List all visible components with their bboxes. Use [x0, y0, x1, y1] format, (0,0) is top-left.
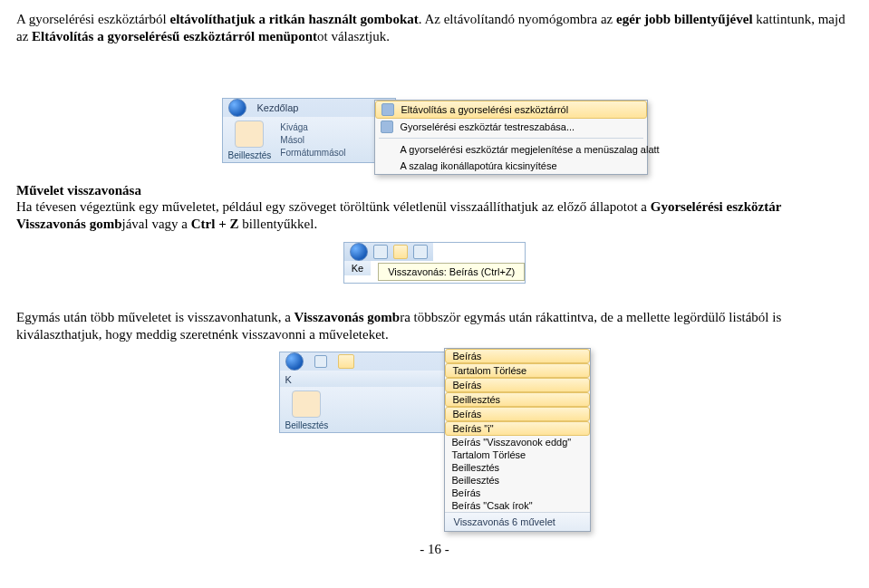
para-1: A gyorselérési eszköztárból eltávolíthat… [16, 11, 853, 45]
tab-home[interactable]: Kezdőlap [257, 102, 299, 113]
p2-t1: Ha tévesen végeztünk egy műveletet, péld… [16, 199, 651, 214]
quick-access-toolbar [344, 243, 433, 261]
office-orb-icon[interactable] [228, 99, 246, 117]
undo-history-item[interactable]: Beírás [445, 407, 590, 421]
paste-group[interactable]: Beillesztés [285, 390, 329, 430]
figure-undo-tooltip: Ke Visszavonás: Beírás (Ctrl+Z) [16, 242, 853, 284]
formatpaint-label[interactable]: Formátummásol [280, 148, 345, 158]
p1-t2: . Az eltávolítandó nyomógombra az [419, 12, 616, 26]
undo-history-item[interactable]: Beillesztés [445, 392, 590, 407]
menu-remove-from-qat-label: Eltávolítás a gyorselérési eszköztárról [401, 104, 569, 115]
paste-label: Beillesztés [228, 150, 272, 160]
p2-b2: Ctrl + Z [191, 217, 239, 231]
undo-history-item[interactable]: Tartalom Törlése [445, 448, 590, 461]
cut-label[interactable]: Kivága [280, 122, 308, 132]
undo-history-item[interactable]: Beírás [445, 349, 590, 363]
qat-redo-icon[interactable] [413, 245, 428, 259]
menu-customize-qat-label: Gyorselérési eszköztár testreszabása... [401, 121, 575, 132]
page-number: - 16 - [16, 541, 853, 558]
office-orb-icon[interactable] [285, 352, 304, 371]
undo-history-item[interactable]: Beírás [445, 378, 590, 392]
qat-save-icon[interactable] [314, 355, 327, 368]
paste-group[interactable]: Beillesztés [228, 120, 272, 160]
undo-history-menu: BeírásTartalom TörléseBeírásBeillesztésB… [444, 348, 591, 532]
ribbon-snippet-1: Kezdőlap Beillesztés Kivága Másol Formát… [222, 98, 396, 163]
qat-undo-dropdown-button[interactable] [338, 354, 354, 369]
undo-tooltip-text: Visszavonás: Beírás (Ctrl+Z) [388, 266, 515, 277]
undo-history-footer: Visszavonás 6 művelet [445, 512, 590, 531]
menu-separator [379, 138, 643, 139]
paste-icon [292, 390, 321, 418]
p1-b3: Eltávolítás a gyorselérésű eszköztárról … [32, 29, 317, 43]
menu-show-below-ribbon-label: A gyorselérési eszköztár megjelenítése a… [401, 144, 660, 155]
undo-history-item[interactable]: Beírás "Visszavonok eddg" [445, 436, 590, 448]
para-3: Egymás után több műveletet is visszavonh… [16, 309, 853, 343]
undo-tooltip: Visszavonás: Beírás (Ctrl+Z) [378, 263, 525, 281]
tab-home-short-label: Ke [352, 263, 363, 274]
ribbon-snippet-3: K Beillesztés [279, 352, 453, 433]
p2-t2: jával vagy a [122, 217, 191, 231]
paste-label: Beillesztés [285, 420, 329, 430]
undo-history-item[interactable]: Beillesztés [445, 461, 590, 474]
p1-t4: ot választjuk. [317, 29, 390, 43]
undo-history-item[interactable]: Beírás [445, 487, 590, 499]
section-undo-title: Művelet visszavonása [16, 183, 141, 198]
menu-remove-from-qat[interactable]: Eltávolítás a gyorselérési eszköztárról [375, 101, 647, 119]
qat-context-menu: Eltávolítás a gyorselérési eszköztárról … [374, 100, 648, 175]
undo-history-item[interactable]: Beillesztés [445, 474, 590, 487]
menu-minimize-ribbon-label: A szalag ikonállapotúra kicsinyítése [401, 160, 557, 171]
undo-history-item[interactable]: Tartalom Törlése [445, 363, 590, 378]
undo-history-item[interactable]: Beírás "Csak írok" [445, 499, 590, 512]
figure-remove-from-qat: Kezdőlap Beillesztés Kivága Másol Formát… [16, 98, 853, 175]
qat-save-icon[interactable] [373, 245, 388, 259]
p1-b1: eltávolíthatjuk a ritkán használt gombok… [170, 12, 419, 26]
p1-b2: egér jobb billentyűjével [616, 12, 753, 26]
p2-t3: billentyűkkel. [238, 217, 317, 231]
tab-home-short[interactable]: K [285, 374, 292, 385]
qat-undo-button[interactable] [393, 245, 408, 259]
p1-t1: A gyorselérési eszköztárból [16, 12, 170, 26]
copy-label[interactable]: Másol [280, 135, 304, 145]
office-orb-icon[interactable] [350, 243, 368, 261]
tab-home-short[interactable]: Ke [344, 261, 371, 275]
p3-t1: Egymás után több műveletet is visszavonh… [16, 310, 294, 324]
figure-undo-history: K Beillesztés BeírásTartalom TörléseBeír… [16, 352, 853, 532]
menu-customize-qat[interactable]: Gyorselérési eszköztár testreszabása... [375, 119, 647, 135]
para-2: Művelet visszavonása Ha tévesen végeztün… [16, 182, 853, 233]
menu-minimize-ribbon[interactable]: A szalag ikonállapotúra kicsinyítése [375, 158, 647, 174]
undo-history-footer-text: Visszavonás 6 művelet [454, 516, 555, 527]
menu-show-below-ribbon[interactable]: A gyorselérési eszköztár megjelenítése a… [375, 141, 647, 158]
paste-icon [235, 120, 264, 148]
undo-history-item[interactable]: Beírás "i" [445, 421, 590, 436]
p3-b1: Visszavonás gomb [294, 310, 401, 324]
